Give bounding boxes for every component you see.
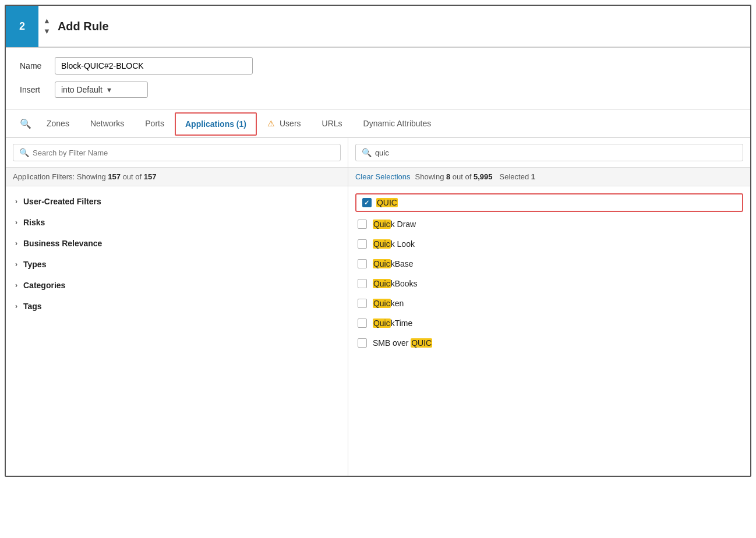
filter-risks[interactable]: › Risks [6, 212, 348, 233]
app-name-quicktime: QuickTime [373, 318, 412, 328]
app-name-smb-over-quic: SMB over QUIC [373, 338, 432, 348]
selected-count-text: Selected 1 [500, 172, 535, 181]
tab-search-icon[interactable]: 🔍 [15, 110, 36, 137]
arrow-down-button[interactable]: ▼ [43, 26, 51, 37]
app-list: QUIC Quick Draw Quick Look [348, 186, 750, 476]
app-item-quickbooks[interactable]: QuickBooks [348, 274, 750, 293]
filter-search-icon: 🔍 [19, 148, 29, 157]
chevron-down-icon: ▾ [107, 85, 111, 94]
chevron-right-icon: › [15, 302, 17, 310]
highlight-quickbooks: Quic [373, 279, 391, 288]
app-name-quick-look: Quick Look [373, 239, 415, 249]
filter-risks-label: Risks [23, 218, 45, 227]
filter-search-box[interactable]: 🔍 [13, 144, 341, 161]
tab-users-label: Users [280, 119, 301, 128]
checkbox-quick-draw[interactable] [358, 220, 367, 229]
app-name-quicken: Quicken [373, 299, 404, 308]
filter-count-row: Application Filters: Showing 157 out of … [6, 168, 348, 186]
tab-users[interactable]: ⚠ Users [257, 111, 312, 138]
checkbox-quicktime[interactable] [358, 318, 367, 328]
filter-business-relevance-label: Business Relevance [23, 239, 102, 248]
filter-search-input[interactable] [33, 148, 334, 157]
filter-user-created-label: User-Created Filters [23, 197, 101, 206]
left-panel: 🔍 Application Filters: Showing 157 out o… [6, 138, 348, 476]
checkbox-quicken[interactable] [358, 299, 367, 308]
chevron-right-icon: › [15, 281, 17, 289]
filter-user-created[interactable]: › User-Created Filters [6, 191, 348, 212]
filter-business-relevance[interactable]: › Business Relevance [6, 233, 348, 254]
right-panel: 🔍 Clear Selections Showing 8 out of 5,99… [348, 138, 750, 476]
checkbox-quic[interactable] [362, 198, 372, 207]
app-item-smb-over-quic[interactable]: SMB over QUIC [348, 333, 750, 353]
name-label: Name [20, 61, 55, 70]
app-search-input[interactable] [375, 148, 737, 157]
checkbox-quick-look[interactable] [358, 239, 367, 249]
app-item-quickbase[interactable]: QuickBase [348, 254, 750, 274]
app-item-quic[interactable]: QUIC [355, 193, 743, 212]
tab-applications[interactable]: Applications (1) [175, 112, 257, 136]
chevron-right-icon: › [15, 218, 17, 226]
highlight-quicken: Quic [373, 299, 391, 308]
highlight-quick-draw: Quic [373, 220, 391, 229]
app-header-row: Clear Selections Showing 8 out of 5,995 … [348, 168, 750, 186]
highlight-quicktime: Quic [373, 318, 391, 328]
tab-zones[interactable]: Zones [36, 111, 80, 138]
insert-dropdown[interactable]: into Default ▾ [55, 82, 148, 98]
app-name-quick-draw: Quick Draw [373, 220, 416, 229]
filter-types-label: Types [23, 260, 46, 269]
app-name-quic: QUIC [376, 198, 398, 207]
insert-row: Insert into Default ▾ [20, 82, 736, 98]
form-area: Name Insert into Default ▾ [6, 48, 750, 110]
tab-networks-label: Networks [90, 119, 124, 128]
app-name-quickbase: QuickBase [373, 259, 414, 268]
filter-types[interactable]: › Types [6, 254, 348, 275]
app-name-quickbooks: QuickBooks [373, 279, 418, 288]
tab-urls[interactable]: URLs [312, 111, 353, 138]
tabs-bar: 🔍 Zones Networks Ports Applications (1) … [6, 110, 750, 138]
app-item-quick-look[interactable]: Quick Look [348, 234, 750, 254]
tab-zones-label: Zones [47, 119, 69, 128]
showing-count-text: Showing 8 out of 5,995 [415, 172, 493, 181]
app-search-row: 🔍 [348, 138, 750, 168]
filter-categories[interactable]: › Categories [6, 275, 348, 296]
chevron-right-icon: › [15, 260, 17, 268]
app-search-icon: 🔍 [362, 148, 372, 157]
insert-value: into Default [61, 85, 103, 94]
name-input[interactable] [55, 57, 253, 75]
main-container: 2 ▲ ▼ Add Rule Name Insert into Default … [5, 5, 751, 477]
tab-applications-label: Applications (1) [185, 119, 246, 129]
filter-categories-label: Categories [23, 281, 65, 290]
warning-icon: ⚠ [267, 119, 275, 128]
checkbox-smb-over-quic[interactable] [358, 338, 367, 348]
tab-ports[interactable]: Ports [135, 111, 175, 138]
highlight-quickbase: Quic [373, 259, 391, 268]
page-title: Add Rule [58, 20, 109, 33]
filter-search-row: 🔍 [6, 138, 348, 168]
tab-dynamic-attributes-label: Dynamic Attributes [363, 119, 432, 128]
tab-ports-label: Ports [145, 119, 164, 128]
header-nav: ▲ ▼ [43, 16, 51, 37]
chevron-right-icon: › [15, 239, 17, 247]
highlight-smb-over-quic: QUIC [411, 338, 432, 348]
app-item-quicken[interactable]: Quicken [348, 293, 750, 313]
filter-tags[interactable]: › Tags [6, 296, 348, 317]
app-item-quick-draw[interactable]: Quick Draw [348, 214, 750, 234]
filter-count-text: Application Filters: Showing 157 out of … [13, 172, 156, 181]
filter-tags-label: Tags [23, 302, 42, 311]
name-row: Name [20, 57, 736, 75]
clear-selections-button[interactable]: Clear Selections [355, 172, 411, 181]
tab-dynamic-attributes[interactable]: Dynamic Attributes [353, 111, 442, 138]
main-content: 🔍 Application Filters: Showing 157 out o… [6, 138, 750, 476]
filter-list: › User-Created Filters › Risks › Busines… [6, 186, 348, 476]
tab-urls-label: URLs [322, 119, 342, 128]
arrow-up-button[interactable]: ▲ [43, 16, 51, 26]
header: 2 ▲ ▼ Add Rule [6, 6, 750, 48]
checkbox-quickbooks[interactable] [358, 279, 367, 288]
highlight-quick-look: Quic [373, 239, 391, 249]
tab-networks[interactable]: Networks [80, 111, 135, 138]
highlight-quic: QUIC [376, 198, 398, 207]
app-search-box[interactable]: 🔍 [355, 144, 743, 161]
app-item-quicktime[interactable]: QuickTime [348, 313, 750, 333]
step-badge: 2 [6, 5, 38, 47]
checkbox-quickbase[interactable] [358, 259, 367, 268]
